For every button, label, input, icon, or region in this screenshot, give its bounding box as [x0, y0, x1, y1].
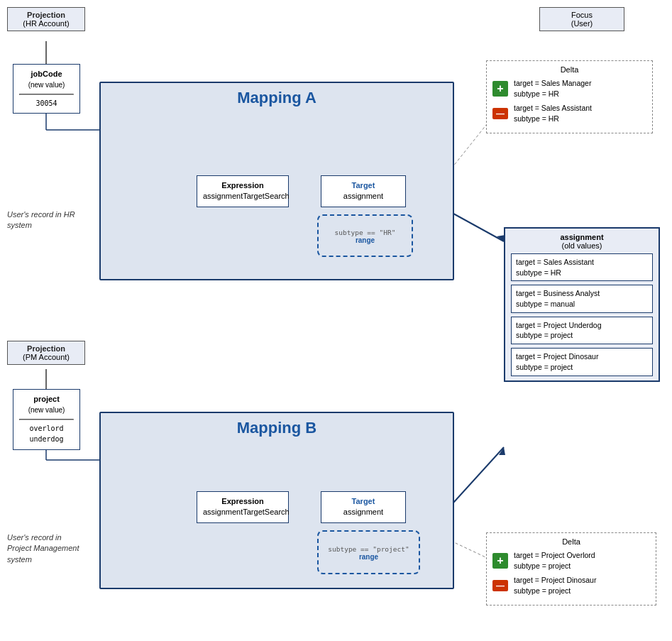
assignment-old-values: assignment (old values) target = Sales A…	[504, 227, 660, 382]
project-value: overlordunderdog	[29, 424, 63, 443]
delta-b-plus-icon: +	[492, 553, 508, 569]
jobcode-box: jobCode (new value) 30054	[13, 64, 80, 114]
hr-system-label: User's record in HR system	[7, 209, 85, 231]
delta-a-minus-item: — target = Sales Assistantsubtype = HR	[492, 103, 646, 124]
assignment-item-1: target = Sales Assistantsubtype = HR	[511, 253, 653, 281]
jobcode-subtitle: (new value)	[28, 81, 65, 89]
projection-hr-subtitle: (HR Account)	[23, 19, 69, 28]
projection-pm-title: Projection	[27, 344, 65, 353]
target-a-value: assignment	[343, 192, 383, 200]
range-b-box: subtype == "project" range	[317, 530, 420, 574]
projection-pm-panel: Projection (PM Account)	[7, 341, 85, 365]
expression-b-value: assignmentTargetSearch	[203, 508, 290, 516]
expression-a-value: assignmentTargetSearch	[203, 192, 290, 200]
jobcode-title: jobCode	[19, 69, 74, 80]
delta-b-minus-icon: —	[492, 580, 508, 591]
diagram: Focus (User) Delta + target = Sales Mana…	[0, 0, 672, 641]
target-b-value: assignment	[343, 508, 383, 516]
focus-subtitle: (User)	[571, 19, 593, 28]
assignment-item-4: target = Project Dinosaursubtype = proje…	[511, 348, 653, 376]
delta-a-plus-icon: +	[492, 81, 508, 97]
assignment-title: assignment (old values)	[511, 233, 653, 250]
delta-a-title: Delta	[492, 65, 646, 74]
mapping-b-label: Mapping B	[101, 413, 453, 437]
range-a-label: range	[356, 236, 375, 244]
mapping-b-panel: Mapping B Expression assignmentTargetSea…	[99, 412, 454, 589]
delta-b-minus-text: target = Project Dinosaursubtype = proje…	[514, 575, 596, 596]
range-a-condition: subtype == "HR"	[335, 229, 396, 236]
delta-b-minus-item: — target = Project Dinosaursubtype = pro…	[492, 575, 650, 596]
range-a-box: subtype == "HR" range	[317, 214, 413, 257]
jobcode-value: 30054	[35, 99, 57, 107]
range-b-condition: subtype == "project"	[328, 545, 409, 553]
target-b-box: Target assignment	[321, 491, 406, 523]
expression-b-title: Expression	[203, 496, 282, 507]
target-a-box: Target assignment	[321, 175, 406, 207]
expression-b-box: Expression assignmentTargetSearch	[197, 491, 289, 523]
focus-title: Focus	[571, 11, 593, 19]
svg-marker-18	[499, 447, 505, 455]
delta-a-plus-text: target = Sales Managersubtype = HR	[514, 78, 591, 99]
delta-b-title: Delta	[492, 537, 650, 546]
project-box: project (new value) overlordunderdog	[13, 389, 80, 450]
delta-a-minus-text: target = Sales Assistantsubtype = HR	[514, 103, 592, 124]
project-title: project	[19, 394, 74, 405]
mapping-a-panel: Mapping A Expression assignmentTargetSea…	[99, 82, 454, 280]
assignment-item-2: target = Business Analystsubtype = manua…	[511, 285, 653, 312]
pm-system-label: User's record in Project Management syst…	[7, 532, 85, 565]
expression-a-title: Expression	[203, 180, 282, 191]
delta-a-plus-item: + target = Sales Managersubtype = HR	[492, 78, 646, 99]
target-b-title: Target	[327, 496, 400, 507]
target-a-title: Target	[327, 180, 400, 191]
range-b-label: range	[359, 553, 378, 561]
mapping-a-label: Mapping A	[101, 83, 453, 107]
focus-panel: Focus (User)	[539, 7, 624, 31]
delta-b-plus-text: target = Project Overlordsubtype = proje…	[514, 550, 595, 571]
projection-hr-panel: Projection (HR Account)	[7, 7, 85, 31]
project-subtitle: (new value)	[28, 406, 65, 414]
delta-a-minus-icon: —	[492, 108, 508, 119]
delta-b-panel: Delta + target = Project Overlordsubtype…	[486, 532, 656, 606]
expression-a-box: Expression assignmentTargetSearch	[197, 175, 289, 207]
assignment-item-3: target = Project Underdogsubtype = proje…	[511, 317, 653, 344]
delta-a-panel: Delta + target = Sales Managersubtype = …	[486, 60, 653, 133]
delta-b-plus-item: + target = Project Overlordsubtype = pro…	[492, 550, 650, 571]
projection-pm-subtitle: (PM Account)	[23, 353, 70, 361]
projection-hr-title: Projection	[27, 11, 65, 19]
